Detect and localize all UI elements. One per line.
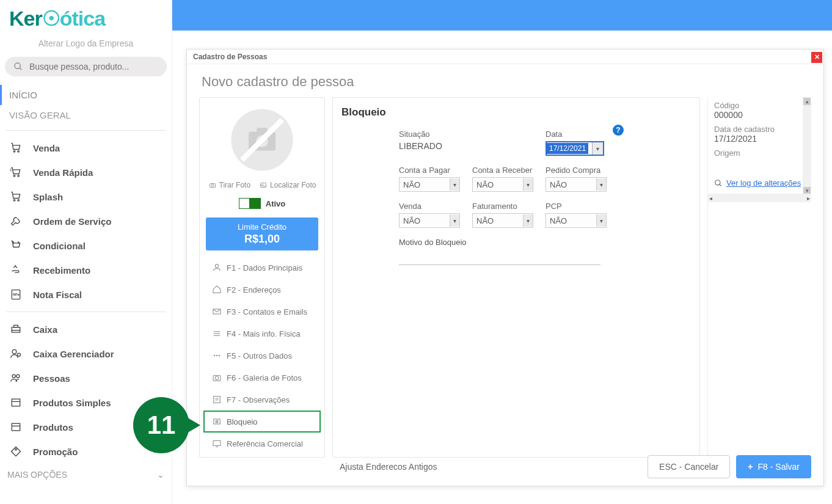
tab-f4-fisica[interactable]: F4 - Mais info. Física xyxy=(203,323,321,345)
modal-header: Novo cadastro de pessoa xyxy=(187,64,823,97)
nav-nota-fiscal[interactable]: NFe Nota Fiscal xyxy=(0,282,172,307)
nav-condicional[interactable]: Condicional xyxy=(0,233,172,258)
codigo-label: Código xyxy=(714,101,809,110)
tab-f2-enderecos[interactable]: F2 - Endereços xyxy=(203,279,321,301)
nav-inicio[interactable]: INÍCIO xyxy=(0,85,172,105)
form-title: Bloqueio xyxy=(341,106,691,119)
svg-point-37 xyxy=(216,355,218,357)
nav-label: Venda xyxy=(33,143,60,153)
conta-pagar-select[interactable]: NÃO▾ xyxy=(399,177,460,192)
datacad-value: 17/12/2021 xyxy=(714,134,809,144)
nav-ordem-servico[interactable]: Ordem de Serviço xyxy=(0,209,172,233)
search-input[interactable] xyxy=(29,62,158,71)
alter-logo-link[interactable]: Alterar Logo da Empresa xyxy=(0,34,172,57)
save-button[interactable]: + F8 - Salvar xyxy=(736,455,811,478)
nav-label: Caixa xyxy=(33,324,57,335)
modal-cadastro-pessoas: Cadastro de Pessoas ✕ Novo cadastro de p… xyxy=(186,49,824,486)
conta-pagar-label: Conta a Pagar xyxy=(399,166,471,175)
pedido-compra-select[interactable]: NÃO▾ xyxy=(546,177,607,192)
tab-f3-contatos[interactable]: F3 - Contatos e Emails xyxy=(203,301,321,323)
hand-money-icon xyxy=(9,263,23,277)
svg-point-13 xyxy=(12,349,16,354)
svg-line-50 xyxy=(720,184,721,186)
origem-value xyxy=(714,158,809,167)
exchange-icon xyxy=(9,239,23,252)
pcp-select[interactable]: NÃO▾ xyxy=(546,213,607,228)
nav-recebimento[interactable]: Recebimento xyxy=(0,258,172,282)
nfe-icon: NFe xyxy=(9,288,23,301)
modal-title: Cadastro de Pessoas xyxy=(193,53,267,61)
svg-point-3 xyxy=(18,151,19,153)
photo-placeholder xyxy=(225,106,299,173)
codigo-value: 000000 xyxy=(714,110,809,120)
pedido-compra-label: Pedido Compra xyxy=(546,166,625,175)
chevron-down-icon: ▾ xyxy=(596,178,606,191)
search-box[interactable] xyxy=(5,57,167,76)
scroll-up-icon[interactable]: ▴ xyxy=(803,98,811,105)
svg-point-16 xyxy=(16,374,20,378)
people-icon xyxy=(9,371,23,385)
ver-log-link[interactable]: Ver log de alterações xyxy=(714,178,809,188)
ajusta-enderecos-link[interactable]: Ajusta Enderecos Antigos xyxy=(340,462,437,472)
ativo-toggle[interactable] xyxy=(239,198,261,209)
divider xyxy=(6,312,166,312)
callout-badge: 11 xyxy=(133,397,189,453)
nav-venda[interactable]: Venda xyxy=(0,136,172,160)
data-input[interactable]: 17/12/2021 ▾ xyxy=(546,141,604,156)
tab-bloqueio[interactable]: Bloqueio xyxy=(203,411,321,433)
limite-credito-box[interactable]: Limite Crédito R$1,00 xyxy=(206,217,318,250)
faturamento-select[interactable]: NÃO▾ xyxy=(472,213,533,228)
chevron-down-icon: ▾ xyxy=(596,214,606,227)
nav-visao-geral[interactable]: VISÃO GERAL xyxy=(0,105,172,125)
svg-rect-10 xyxy=(12,327,20,332)
nav-caixa-gerenciador[interactable]: Caixa Gerenciador xyxy=(0,341,172,366)
nav-label: Promoção xyxy=(33,447,78,457)
tab-f7-observacoes[interactable]: F7 - Observações xyxy=(203,389,321,411)
nav-caixa[interactable]: Caixa xyxy=(0,317,172,341)
svg-point-31 xyxy=(215,265,218,268)
venda-label: Venda xyxy=(399,202,471,211)
conta-receber-select[interactable]: NÃO▾ xyxy=(472,177,533,192)
chevron-down-icon[interactable]: ▾ xyxy=(592,142,603,155)
pcp-label: PCP xyxy=(546,202,625,211)
tirar-foto-button[interactable]: Tirar Foto xyxy=(208,181,251,189)
nav-splash[interactable]: Splash xyxy=(0,184,172,209)
svg-point-38 xyxy=(219,355,221,357)
origem-label: Origem xyxy=(714,148,809,158)
monitor-icon xyxy=(212,439,222,448)
list-icon xyxy=(212,329,222,338)
nav-label: Recebimento xyxy=(33,265,90,276)
box-icon xyxy=(9,396,23,409)
tab-f6-galeria[interactable]: F6 - Galeria de Fotos xyxy=(203,367,321,389)
svg-point-4 xyxy=(13,175,15,177)
nav-label: Caixa Gerenciador xyxy=(33,349,114,359)
svg-point-7 xyxy=(18,200,19,202)
right-panel: ▴ ▾ Código 000000 Data de cadastro 17/12… xyxy=(707,97,811,458)
venda-select[interactable]: NÃO▾ xyxy=(399,213,460,228)
nav-pessoas[interactable]: Pessoas xyxy=(0,366,172,390)
localizar-foto-button[interactable]: Localizar Foto xyxy=(259,181,316,189)
plus-icon: + xyxy=(748,462,753,472)
tab-f1-dados[interactable]: F1 - Dados Principais xyxy=(203,257,321,279)
nav-label: Produtos xyxy=(33,422,73,433)
svg-point-5 xyxy=(18,175,19,177)
tab-f5-outros[interactable]: F5 - Outros Dados xyxy=(203,345,321,367)
chevron-down-icon: ▾ xyxy=(523,214,533,227)
datacad-label: Data de cadastro xyxy=(714,125,809,134)
nav-label: Ordem de Serviço xyxy=(33,216,111,227)
mais-opcoes[interactable]: MAIS OPÇÕES ⌄ xyxy=(0,464,172,486)
close-icon[interactable]: ✕ xyxy=(811,52,822,63)
motivo-input[interactable] xyxy=(399,250,600,265)
scroll-right-icon[interactable]: ▸ xyxy=(807,195,810,202)
svg-line-1 xyxy=(20,68,21,70)
nav-label: Nota Fiscal xyxy=(33,290,82,300)
scrollbar-horizontal[interactable]: ◂ ▸ xyxy=(708,194,811,202)
person-manage-icon xyxy=(9,347,23,360)
scrollbar-vertical[interactable]: ▴ ▾ xyxy=(803,97,811,195)
cancel-button[interactable]: ESC - Cancelar xyxy=(648,455,730,478)
scroll-left-icon[interactable]: ◂ xyxy=(709,195,712,202)
svg-rect-11 xyxy=(14,325,18,327)
nav-venda-rapida[interactable]: Venda Rápida xyxy=(0,160,172,184)
nav-label: Splash xyxy=(33,192,63,202)
help-icon[interactable]: ? xyxy=(613,125,624,136)
